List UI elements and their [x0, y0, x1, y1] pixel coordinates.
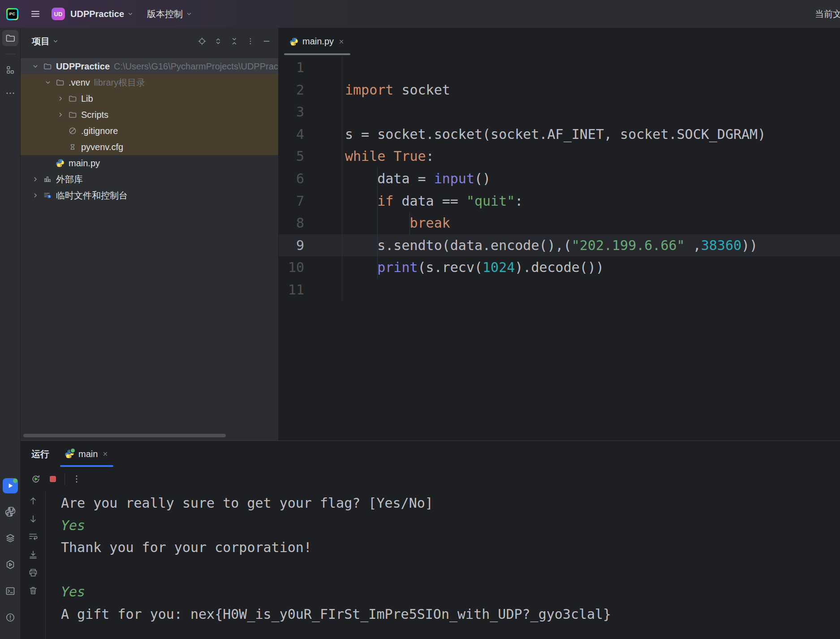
trash-icon	[28, 585, 39, 596]
code-line-7[interactable]: 7 if data == "quit":	[279, 190, 840, 212]
horizontal-scrollbar[interactable]	[23, 434, 226, 437]
code-segment	[385, 148, 393, 164]
pycharm-logo-icon[interactable]: PC	[6, 8, 18, 20]
code-line-5[interactable]: 5while True:	[279, 145, 840, 168]
soft-wrap-button[interactable]	[28, 531, 39, 542]
code-segment: "202.199.6.66"	[572, 237, 685, 253]
line-number: 1	[279, 56, 342, 79]
tree-item-Lib[interactable]: Lib	[21, 91, 278, 107]
line-number: 5	[279, 145, 342, 168]
chevron-right-icon[interactable]	[31, 175, 40, 184]
rerun-icon	[30, 474, 41, 484]
code-area[interactable]: 12import socket34s = socket.socket(socke…	[279, 55, 840, 440]
console-line: Yes	[61, 514, 840, 537]
more-tool-windows-button[interactable]	[2, 85, 18, 101]
tree-item-.venv[interactable]: .venvlibrary根目录	[21, 74, 278, 91]
project-tool-button[interactable]	[2, 30, 18, 46]
console-options-button[interactable]	[71, 474, 82, 484]
chevron-down-icon[interactable]	[43, 78, 52, 87]
run-tab-main[interactable]: main	[58, 441, 115, 467]
code-line-8[interactable]: 8 break	[279, 212, 840, 234]
code-segment: import	[345, 82, 393, 98]
python-console-tool-button[interactable]	[2, 504, 18, 520]
code-line-10[interactable]: 10 print(s.recv(1024).decode())	[279, 256, 840, 279]
code-segment: while	[345, 148, 385, 164]
scroll-to-end-button[interactable]	[28, 549, 39, 560]
chevron-down-icon[interactable]	[31, 62, 40, 71]
project-selector[interactable]: UDPPractice	[70, 9, 134, 19]
tree-item--[interactable]: 外部库	[21, 171, 278, 187]
code-text	[342, 56, 345, 79]
clear-console-button[interactable]	[28, 585, 39, 596]
chevron-right-icon[interactable]	[31, 191, 40, 200]
code-text: print(s.recv(1024).decode())	[342, 256, 604, 279]
console-output[interactable]: Are you really sure to get your flag? [Y…	[46, 491, 840, 639]
code-line-2[interactable]: 2import socket	[279, 79, 840, 101]
code-line-9[interactable]: 9 s.sendto(data.encode(),("202.199.6.66"…	[279, 234, 840, 257]
problems-icon	[5, 612, 16, 623]
tree-item-UDPPractice[interactable]: UDPPracticeC:\Users\G16\PycharmProjects\…	[21, 58, 278, 74]
code-line-6[interactable]: 6 data = input()	[279, 168, 840, 190]
editor-tab-bar: main.py	[279, 28, 840, 55]
ignore-icon	[68, 126, 77, 135]
tree-item-main.py[interactable]: main.py	[21, 155, 278, 171]
code-segment: socket	[393, 82, 450, 98]
code-segment: ))	[741, 237, 758, 253]
tree-item-hint: library根目录	[94, 77, 145, 89]
tree-item-label: .gitignore	[81, 126, 118, 136]
problems-tool-button[interactable]	[2, 609, 18, 626]
code-line-4[interactable]: 4s = socket.socket(socket.AF_INET, socke…	[279, 123, 840, 146]
chevron-right-icon[interactable]	[56, 94, 65, 103]
run-tool-button[interactable]	[3, 478, 18, 493]
code-line-3[interactable]: 3	[279, 101, 840, 123]
project-name: UDPPractice	[70, 9, 124, 19]
expand-all-button[interactable]	[214, 37, 223, 46]
code-segment: 38360	[701, 237, 741, 253]
tree-item-label: pyvenv.cfg	[81, 142, 123, 152]
services-tool-button[interactable]	[2, 530, 18, 546]
code-segment: True	[393, 148, 426, 164]
main-menu-icon[interactable]	[30, 9, 41, 19]
line-number: 8	[279, 212, 342, 234]
vcs-menu[interactable]: 版本控制	[147, 8, 193, 20]
structure-tool-button[interactable]	[2, 62, 18, 78]
print-icon	[28, 567, 39, 578]
next-occurrence-button[interactable]	[28, 514, 39, 524]
code-segment: ).decode())	[515, 259, 604, 275]
editor-tab-main-py[interactable]: main.py	[282, 28, 352, 55]
panel-options-button[interactable]	[246, 37, 255, 46]
run-anything-tool-button[interactable]	[2, 557, 18, 573]
project-panel-title-label: 项目	[32, 35, 50, 47]
pycharm-logo-text: PC	[8, 9, 17, 19]
select-opened-file-button[interactable]	[198, 37, 207, 46]
close-icon[interactable]	[102, 450, 109, 458]
folder-icon	[68, 110, 77, 119]
terminal-tool-button[interactable]	[2, 583, 18, 599]
tree-item-.gitignore[interactable]: .gitignore	[21, 123, 278, 139]
running-badge	[70, 448, 76, 453]
print-button[interactable]	[28, 567, 39, 578]
libraries-icon	[43, 175, 52, 184]
chevron-right-icon[interactable]	[56, 110, 65, 119]
up-icon	[28, 496, 39, 506]
line-number: 11	[279, 279, 342, 301]
project-panel-title[interactable]: 项目	[32, 35, 60, 47]
tree-item-Scripts[interactable]: Scripts	[21, 107, 278, 123]
tree-item-label: 临时文件和控制台	[56, 190, 128, 202]
project-badge[interactable]: UD	[52, 8, 65, 20]
collapse-all-button[interactable]	[230, 37, 239, 46]
chevron-spacer	[56, 126, 65, 135]
code-line-1[interactable]: 1	[279, 56, 840, 79]
prev-occurrence-button[interactable]	[28, 496, 39, 506]
rerun-button[interactable]	[30, 474, 41, 484]
run-config-selector[interactable]: 当前文件	[815, 0, 840, 28]
code-line-11[interactable]: 11	[279, 279, 840, 301]
line-number: 4	[279, 123, 342, 146]
tree-item-label: Lib	[81, 94, 93, 104]
stop-button[interactable]	[47, 474, 58, 484]
hide-panel-button[interactable]	[262, 37, 271, 46]
run-panel-title[interactable]: 运行	[31, 448, 49, 460]
tree-item-pyvenv.cfg[interactable]: pyvenv.cfg	[21, 139, 278, 155]
close-icon[interactable]	[338, 38, 345, 45]
tree-item--[interactable]: 临时文件和控制台	[21, 187, 278, 203]
